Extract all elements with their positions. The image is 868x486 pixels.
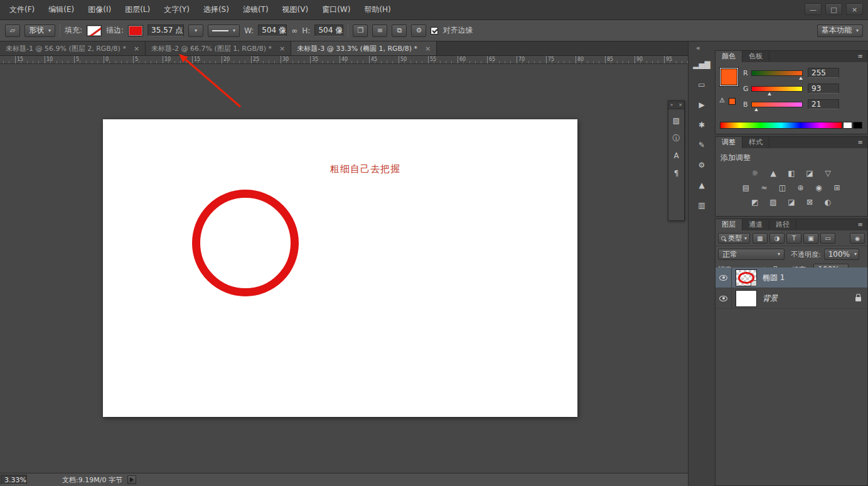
document-canvas[interactable]: 粗细自己去把握 xyxy=(103,119,577,417)
actions-icon[interactable]: ▶ xyxy=(699,100,704,110)
tab-paths[interactable]: 路径 xyxy=(769,219,796,230)
tab-layers[interactable]: 图层 xyxy=(715,219,742,230)
filter-pixel-icon[interactable]: ▦ xyxy=(753,233,768,244)
height-field[interactable]: 504 像 xyxy=(314,24,343,36)
filter-adjustment-icon[interactable]: ◑ xyxy=(769,233,785,244)
tab-close-icon[interactable]: × xyxy=(279,45,285,53)
path-operations-icon[interactable]: ❐ xyxy=(353,24,368,37)
paragraph-icon[interactable]: ¶ xyxy=(674,170,679,177)
panel-menu-icon[interactable]: ≡ xyxy=(854,51,867,62)
white-swatch[interactable] xyxy=(843,122,852,129)
slider-marker[interactable] xyxy=(768,92,771,95)
tab-color[interactable]: 颜色 xyxy=(715,51,742,62)
brush-presets-icon[interactable]: ✎ xyxy=(699,141,705,150)
adjustment-icon[interactable]: ◧ xyxy=(786,169,797,178)
minimize-button[interactable]: — xyxy=(805,3,822,15)
layer-row-background[interactable]: 背景 xyxy=(715,288,867,309)
blue-channel-slider[interactable] xyxy=(751,102,803,107)
green-channel-value[interactable]: 93 xyxy=(808,84,839,94)
align-edges-checkbox[interactable] xyxy=(431,27,438,35)
adjustment-icon[interactable]: ⊠ xyxy=(804,198,815,207)
info-icon[interactable]: ⓘ xyxy=(673,134,680,142)
tab-channels[interactable]: 通道 xyxy=(742,219,769,230)
menu-item[interactable]: 帮助(H) xyxy=(357,0,397,19)
clone-source-icon[interactable]: ⚙ xyxy=(699,161,705,170)
close-button[interactable]: × xyxy=(846,3,863,15)
eye-icon[interactable] xyxy=(719,296,727,301)
stroke-swatch[interactable] xyxy=(128,25,143,36)
tab-close-icon[interactable]: × xyxy=(425,45,431,53)
workspace-select[interactable]: 基本功能 ▾ xyxy=(817,24,863,37)
tab-styles[interactable]: 样式 xyxy=(742,137,769,148)
close-icon[interactable]: × xyxy=(678,102,682,107)
link-dimensions-icon[interactable]: ∞ xyxy=(291,26,297,35)
eye-icon[interactable] xyxy=(719,275,727,281)
opacity-select[interactable]: 100% ▾ xyxy=(824,249,859,260)
expand-panels-icon[interactable]: « xyxy=(696,44,700,52)
red-channel-value[interactable]: 255 xyxy=(808,68,839,78)
tab-adjustments[interactable]: 调整 xyxy=(715,137,742,148)
menu-item[interactable]: 图层(L) xyxy=(118,0,157,19)
collapse-icon[interactable]: » xyxy=(670,102,673,107)
tool-icon[interactable]: ▱ xyxy=(5,24,20,37)
layer-name[interactable]: 椭圆 1 xyxy=(763,273,785,283)
filter-type-icon[interactable]: T xyxy=(786,233,801,244)
adjustment-icon[interactable]: ⊕ xyxy=(795,183,806,192)
visibility-cell[interactable] xyxy=(715,288,732,308)
adjustment-icon[interactable]: ⊞ xyxy=(832,183,843,192)
adjustment-icon[interactable]: ☼ xyxy=(749,169,761,178)
panel-menu-icon[interactable]: ≡ xyxy=(854,219,867,230)
zoom-level-field[interactable]: 3.33% xyxy=(1,475,27,485)
layer-row-ellipse[interactable]: 椭圆 1 xyxy=(715,267,867,288)
stroke-type-select[interactable]: ▾ xyxy=(208,24,240,37)
geometry-settings-icon[interactable]: ⚙ xyxy=(411,24,426,37)
filter-shape-icon[interactable]: ▣ xyxy=(803,233,818,244)
color-spectrum-bar[interactable] xyxy=(720,122,842,129)
adjustment-icon[interactable]: ◐ xyxy=(822,198,833,207)
fill-swatch[interactable] xyxy=(87,25,102,36)
layer-name[interactable]: 背景 xyxy=(763,293,778,304)
menu-item[interactable]: 编辑(E) xyxy=(41,0,81,19)
slider-marker[interactable] xyxy=(799,77,803,80)
width-field[interactable]: 504 像 xyxy=(258,24,287,36)
adjustment-icon[interactable]: ▲ xyxy=(768,169,779,178)
adjustment-icon[interactable]: ▽ xyxy=(822,169,833,178)
document-tab-2[interactable]: 未标题-2 @ 66.7% (图层 1, RGB/8) * × xyxy=(146,41,291,55)
menu-item[interactable]: 窗口(W) xyxy=(315,0,357,19)
histogram-icon[interactable]: ▂▅▇ xyxy=(693,60,710,70)
visibility-cell[interactable] xyxy=(715,267,732,288)
layer-thumbnail[interactable] xyxy=(736,269,757,286)
filtering-toggle-icon[interactable]: ◉ xyxy=(850,233,865,244)
document-tab-3[interactable]: 未标题-3 @ 33.3% (椭圆 1, RGB/8) * × xyxy=(291,41,437,55)
foreground-color-swatch[interactable] xyxy=(720,68,738,86)
navigator-icon[interactable]: ▭ xyxy=(698,80,705,90)
document-tab-1[interactable]: 未标题-1 @ 56.9% (图层 2, RGB/8) * × xyxy=(0,41,146,55)
gamut-warning-icon[interactable]: ⚠ xyxy=(719,97,725,104)
blue-channel-value[interactable]: 21 xyxy=(808,99,839,109)
red-channel-slider[interactable] xyxy=(751,70,803,76)
notes-icon[interactable]: ▥ xyxy=(698,201,705,210)
filter-smart-object-icon[interactable]: ▭ xyxy=(820,233,835,244)
black-swatch[interactable] xyxy=(853,122,862,129)
layer-thumbnail[interactable] xyxy=(736,290,757,307)
character-icon[interactable]: A xyxy=(673,152,678,159)
adjustment-icon[interactable]: ▨ xyxy=(768,198,779,207)
path-arrangement-icon[interactable]: ⧉ xyxy=(392,24,407,37)
tool-mode-select[interactable]: 形状 ▾ xyxy=(24,24,55,37)
stroke-width-field[interactable]: 35.57 点 xyxy=(147,24,184,36)
styles-icon[interactable]: ▲ xyxy=(699,181,704,190)
green-channel-slider[interactable] xyxy=(751,86,803,92)
tab-swatches[interactable]: 色板 xyxy=(742,51,769,62)
maximize-button[interactable]: □ xyxy=(825,3,842,15)
path-alignment-icon[interactable]: ≡ xyxy=(372,24,387,37)
menu-item[interactable]: 选择(S) xyxy=(196,0,236,19)
adjustment-icon[interactable]: ◉ xyxy=(813,183,825,192)
menu-item[interactable]: 图像(I) xyxy=(81,0,118,19)
menu-item[interactable]: 滤镜(T) xyxy=(236,0,276,19)
adjustment-icon[interactable]: ▤ xyxy=(741,183,752,192)
panel-menu-icon[interactable]: ≡ xyxy=(854,137,867,148)
blend-mode-select[interactable]: 正常 ▾ xyxy=(718,249,785,260)
adjustment-icon[interactable]: ◩ xyxy=(749,198,761,207)
stroke-width-dropdown-button[interactable]: ▾ xyxy=(188,24,203,37)
tab-close-icon[interactable]: × xyxy=(134,45,139,53)
